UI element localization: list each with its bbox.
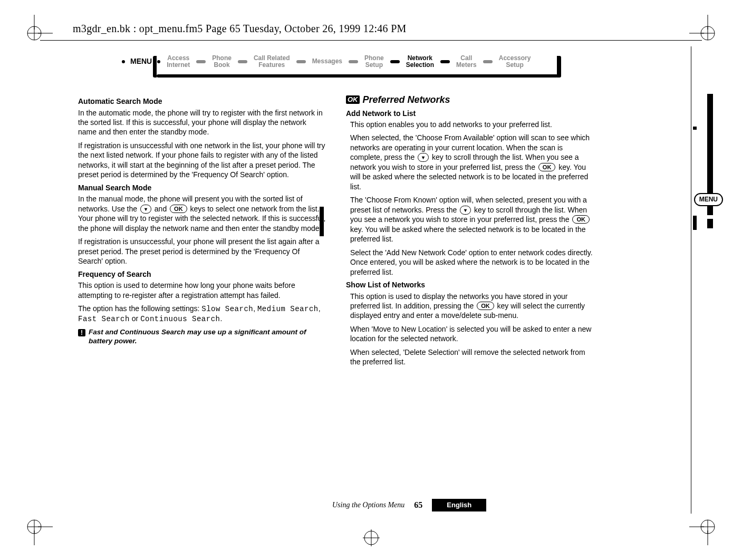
- nav-connector: [196, 60, 206, 63]
- text-fragment: and: [155, 205, 169, 213]
- heading-automatic-search: Automatic Search Mode: [78, 97, 326, 107]
- ok-key-icon: OK: [477, 302, 494, 310]
- ok-key-icon: OK: [572, 215, 590, 224]
- warning-text: Fast and Continuous Search may use up a …: [89, 328, 326, 346]
- body-text: When selected, the 'Choose From Availabl…: [350, 133, 594, 191]
- page-trim-right: [691, 46, 691, 514]
- body-text: When 'Move to New Location' is selected …: [350, 324, 594, 344]
- right-column: OK Preferred Networks Add Network to Lis…: [346, 94, 594, 371]
- heading-add-network: Add Network to List: [346, 109, 594, 119]
- page-footer: Using the Options Menu 65 English: [332, 499, 486, 511]
- nav-connector: [238, 60, 247, 63]
- warning-icon: !: [78, 329, 85, 336]
- text-sep: ,: [253, 304, 257, 313]
- footer-page-number: 65: [414, 500, 422, 510]
- ok-key-icon: OK: [170, 205, 187, 213]
- crop-mark-bl: [16, 508, 53, 545]
- left-column: Automatic Search Mode In the automatic m…: [78, 94, 326, 371]
- nav-connector: [483, 60, 493, 63]
- setting-continuous-search: Continuous Search: [140, 315, 220, 323]
- change-bar: [693, 127, 697, 130]
- nav-item-access-internet: AccessInternet: [163, 55, 193, 68]
- nav-item-network-selection: NetworkSelection: [403, 55, 437, 68]
- nav-item-call-related: Call RelatedFeatures: [250, 55, 293, 68]
- nav-item-accessory-setup: AccessorySetup: [496, 55, 534, 68]
- body-text: The option has the following settings: S…: [78, 304, 326, 324]
- thumb-index-menu: MENU: [694, 193, 723, 206]
- body-text: This option is used to display the netwo…: [350, 292, 594, 321]
- nav-connector: [349, 60, 358, 63]
- crop-mark-tl: [16, 15, 53, 52]
- change-bar: [693, 216, 697, 230]
- ok-key-icon: OK: [538, 163, 556, 171]
- heading-show-list: Show List of Networks: [346, 281, 594, 290]
- heading-manual-search: Manual Search Mode: [78, 184, 326, 193]
- setting-slow-search: Slow Search: [201, 305, 253, 313]
- nav-connector: [440, 60, 450, 63]
- crop-mark-bottom: [361, 527, 382, 548]
- nav-bullet: [122, 60, 125, 63]
- nav-item-messages: Messages: [309, 58, 345, 65]
- nav-menu-label: MENU: [128, 57, 154, 66]
- nav-connector: [296, 60, 306, 63]
- header-rule: [40, 40, 702, 41]
- nav-tail-bar: [557, 56, 561, 78]
- body-text: If registration is unsuccessful with one…: [78, 141, 326, 180]
- section-title-text: Preferred Networks: [363, 94, 450, 106]
- down-key-icon: [460, 206, 471, 215]
- body-text: In the automatic mode, the phone will tr…: [78, 108, 326, 137]
- ok-badge-icon: OK: [346, 95, 360, 104]
- print-header: m3gdr_en.bk : opt_menu.fm5 Page 65 Tuesd…: [73, 22, 407, 35]
- heading-frequency-of-search: Frequency of Search: [78, 270, 326, 279]
- body-text: If registration is unsuccessful, your ph…: [78, 237, 326, 266]
- footer-section-title: Using the Options Menu: [332, 500, 404, 510]
- body-text: In the manual mode, the phone will prese…: [78, 194, 326, 233]
- text-or: or: [130, 314, 140, 323]
- body-text: This option enables you to add networks …: [350, 120, 594, 129]
- setting-medium-search: Medium Search: [257, 305, 319, 313]
- text-sep: ,: [319, 304, 321, 313]
- text-fragment: key. You will be asked where the selecte…: [350, 225, 585, 243]
- text-fragment: The option has the following settings:: [78, 304, 201, 313]
- nav-item-phone-book: PhoneBook: [209, 55, 235, 68]
- text-end: .: [220, 314, 222, 323]
- footer-language-badge: English: [432, 499, 486, 511]
- down-key-icon: [140, 205, 151, 214]
- change-bar: [320, 207, 324, 236]
- setting-fast-search: Fast Search: [78, 315, 130, 323]
- crop-mark-br: [689, 508, 726, 545]
- body-text: The 'Choose From Known' option will, whe…: [350, 195, 594, 244]
- nav-connector: [390, 60, 400, 63]
- body-text: Select the 'Add New Network Code' option…: [350, 248, 594, 277]
- section-preferred-networks: OK Preferred Networks: [346, 94, 594, 106]
- warning-note: ! Fast and Continuous Search may use up …: [78, 328, 326, 346]
- menu-breadcrumb: MENU AccessInternet PhoneBook Call Relat…: [119, 55, 556, 77]
- down-key-icon: [418, 153, 429, 162]
- crop-mark-tr: [689, 15, 726, 52]
- nav-item-call-meters: CallMeters: [453, 55, 480, 68]
- nav-underline: [157, 74, 558, 78]
- nav-item-phone-setup: PhoneSetup: [361, 55, 387, 68]
- body-text: When selected, 'Delete Selection' will r…: [350, 347, 594, 367]
- body-text: This option is used to determine how lon…: [78, 281, 326, 300]
- thumb-index-bar: [707, 219, 713, 228]
- nav-bullet: [157, 60, 160, 63]
